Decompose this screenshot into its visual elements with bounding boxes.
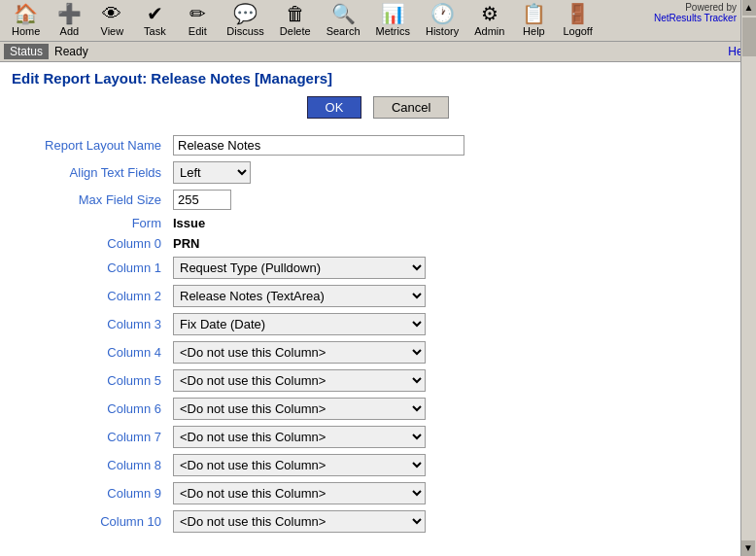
scrollbar-track[interactable]: ▲ ▼ xyxy=(740,0,756,556)
column-6-row: Column 6 <Do not use this Column> xyxy=(12,395,744,423)
nav-admin[interactable]: ⚙ Admin xyxy=(466,2,512,39)
report-layout-name-input[interactable] xyxy=(173,135,464,156)
nav-history[interactable]: 🕐 History xyxy=(418,2,466,39)
cancel-button[interactable]: Cancel xyxy=(373,96,449,119)
column-1-row: Column 1 Request Type (Pulldown) xyxy=(12,254,744,282)
nav-view[interactable]: 👁 View xyxy=(90,2,133,39)
column-7-select[interactable]: <Do not use this Column> xyxy=(173,426,426,448)
column-10-label: Column 10 xyxy=(12,507,167,536)
nav-add-label: Add xyxy=(60,25,80,37)
column-5-row: Column 5 <Do not use this Column> xyxy=(12,366,744,395)
powered-by: Powered by NetResults Tracker xyxy=(654,2,737,23)
column-10-value-cell: <Do not use this Column> xyxy=(167,507,744,536)
status-label-text: Status xyxy=(4,44,49,59)
nav-edit-label: Edit xyxy=(189,25,207,37)
scroll-down-arrow[interactable]: ▼ xyxy=(741,540,755,556)
scroll-up-arrow[interactable]: ▲ xyxy=(742,0,756,16)
nav-delete[interactable]: 🗑 Delete xyxy=(272,2,319,39)
delete-icon: 🗑 xyxy=(286,4,305,23)
form-label: Form xyxy=(12,213,167,233)
column-9-select[interactable]: <Do not use this Column> xyxy=(173,482,426,504)
column-3-select[interactable]: Fix Date (Date) xyxy=(173,313,426,335)
align-text-select[interactable]: Left Center Right xyxy=(173,161,251,184)
column-3-label: Column 3 xyxy=(12,310,167,338)
main-content: Edit Report Layout: Release Notes [Manag… xyxy=(0,62,756,540)
page-title: Edit Report Layout: Release Notes [Manag… xyxy=(12,70,744,87)
report-layout-name-value-cell xyxy=(167,132,744,158)
nav-view-label: View xyxy=(101,25,124,37)
column-0-value: PRN xyxy=(167,233,744,254)
column-1-select[interactable]: Request Type (Pulldown) xyxy=(173,257,426,279)
nav-add[interactable]: ➕ Add xyxy=(48,2,90,39)
scroll-thumb[interactable] xyxy=(742,17,756,56)
column-2-select[interactable]: Release Notes (TextArea) xyxy=(173,285,426,307)
column-4-select[interactable]: <Do not use this Column> xyxy=(173,341,426,364)
column-7-row: Column 7 <Do not use this Column> xyxy=(12,423,744,451)
column-2-row: Column 2 Release Notes (TextArea) xyxy=(12,282,744,310)
column-1-label: Column 1 xyxy=(12,254,167,282)
column-6-value-cell: <Do not use this Column> xyxy=(167,395,744,423)
nav-home[interactable]: 🏠 Home xyxy=(4,2,48,39)
column-5-label: Column 5 xyxy=(12,366,167,395)
column-9-row: Column 9 <Do not use this Column> xyxy=(12,479,744,507)
nav-home-label: Home xyxy=(12,25,40,37)
status-bar: Status Ready Help xyxy=(0,42,756,62)
column-4-value-cell: <Do not use this Column> xyxy=(167,338,744,366)
nav-help-label: Help xyxy=(523,25,545,37)
column-8-row: Column 8 <Do not use this Column> xyxy=(12,451,744,479)
top-nav: 🏠 Home ➕ Add 👁 View ✔ Task ✏ Edit 💬 Disc… xyxy=(0,0,756,42)
column-8-value-cell: <Do not use this Column> xyxy=(167,451,744,479)
report-layout-name-label: Report Layout Name xyxy=(12,132,167,158)
form-table: Report Layout Name Align Text Fields Lef… xyxy=(12,132,744,536)
align-text-value-cell: Left Center Right xyxy=(167,158,744,187)
form-row: Form Issue xyxy=(12,213,744,233)
column-6-select[interactable]: <Do not use this Column> xyxy=(173,398,426,420)
align-text-label: Align Text Fields xyxy=(12,158,167,187)
max-field-row: Max Field Size xyxy=(12,187,744,213)
column-0-label: Column 0 xyxy=(12,233,167,254)
edit-icon: ✏ xyxy=(189,4,206,23)
ok-button[interactable]: OK xyxy=(307,96,362,119)
column-10-row: Column 10 <Do not use this Column> xyxy=(12,507,744,536)
nav-delete-label: Delete xyxy=(280,25,311,37)
powered-by-text: Powered by xyxy=(685,2,737,13)
column-2-value-cell: Release Notes (TextArea) xyxy=(167,282,744,310)
metrics-icon: 📊 xyxy=(381,4,405,23)
column-5-select[interactable]: <Do not use this Column> xyxy=(173,369,426,392)
column-8-select[interactable]: <Do not use this Column> xyxy=(173,454,426,476)
nav-discuss[interactable]: 💬 Discuss xyxy=(219,2,272,39)
column-9-value-cell: <Do not use this Column> xyxy=(167,479,744,507)
nav-discuss-label: Discuss xyxy=(226,25,264,37)
column-7-value-cell: <Do not use this Column> xyxy=(167,423,744,451)
add-icon: ➕ xyxy=(57,4,82,23)
status-value: Ready xyxy=(54,45,88,58)
column-4-row: Column 4 <Do not use this Column> xyxy=(12,338,744,366)
nav-search[interactable]: 🔍 Search xyxy=(319,2,368,39)
nav-logoff[interactable]: 🚪 Logoff xyxy=(555,2,600,39)
home-icon: 🏠 xyxy=(14,4,38,23)
tracker-link[interactable]: NetResults Tracker xyxy=(654,13,737,23)
column-6-label: Column 6 xyxy=(12,395,167,423)
column-1-value-cell: Request Type (Pulldown) xyxy=(167,254,744,282)
nav-history-label: History xyxy=(426,25,459,37)
column-10-select[interactable]: <Do not use this Column> xyxy=(173,510,426,533)
nav-task[interactable]: ✔ Task xyxy=(133,2,176,39)
help-icon: 📋 xyxy=(522,4,546,23)
nav-admin-label: Admin xyxy=(474,25,504,37)
search-icon: 🔍 xyxy=(331,4,356,23)
nav-search-label: Search xyxy=(326,25,361,37)
nav-metrics[interactable]: 📊 Metrics xyxy=(368,2,418,39)
max-field-value-cell xyxy=(167,187,744,213)
column-8-label: Column 8 xyxy=(12,451,167,479)
task-icon: ✔ xyxy=(147,4,163,23)
column-5-value-cell: <Do not use this Column> xyxy=(167,366,744,395)
column-0-static: PRN xyxy=(173,236,199,251)
column-9-label: Column 9 xyxy=(12,479,167,507)
nav-edit[interactable]: ✏ Edit xyxy=(176,2,219,39)
nav-help[interactable]: 📋 Help xyxy=(512,2,555,39)
max-field-input[interactable] xyxy=(173,190,231,210)
form-value: Issue xyxy=(173,216,205,230)
admin-icon: ⚙ xyxy=(481,4,498,23)
nav-metrics-label: Metrics xyxy=(376,25,410,37)
form-value-cell: Issue xyxy=(167,213,744,233)
